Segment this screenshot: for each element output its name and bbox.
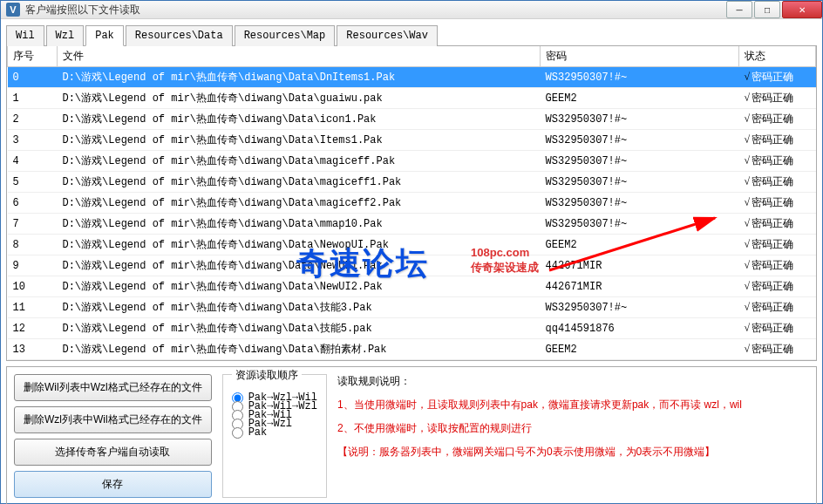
close-button[interactable]: ✕ xyxy=(782,1,822,18)
col-header-status[interactable]: 状态 xyxy=(738,46,815,67)
check-icon: √ xyxy=(744,154,750,167)
table-row[interactable]: 0D:\游戏\Legend of mir\热血传奇\diwang\Data\Dn… xyxy=(8,67,816,88)
cell-status: √密码正确 xyxy=(738,297,815,318)
cell-password: 442671MIR xyxy=(541,276,739,297)
rules-panel: 读取规则说明： 1、当使用微端时，且读取规则列表中有pak，微端直接请求更新pa… xyxy=(337,374,809,498)
cell-password: qq414591876 xyxy=(541,318,739,339)
cell-file: D:\游戏\Legend of mir\热血传奇\diwang\Data\ico… xyxy=(57,109,540,130)
table-row[interactable]: 10D:\游戏\Legend of mir\热血传奇\diwang\Data\N… xyxy=(8,276,816,297)
cell-index: 0 xyxy=(8,67,58,88)
delete-wil-button[interactable]: 删除Wil列表中Wzl格式已经存在的文件 xyxy=(14,374,212,401)
radio-label: Pak xyxy=(248,426,268,439)
file-table-wrap: 序号 文件 密码 状态 0D:\游戏\Legend of mir\热血传奇\di… xyxy=(6,46,817,361)
cell-status: √密码正确 xyxy=(738,88,815,109)
cell-status: √密码正确 xyxy=(738,235,815,255)
table-row[interactable]: 2D:\游戏\Legend of mir\热血传奇\diwang\Data\ic… xyxy=(8,109,816,130)
check-icon: √ xyxy=(744,301,750,313)
tab-bar: WilWzlPakResources\DataResources\MapReso… xyxy=(6,24,817,46)
check-icon: √ xyxy=(744,322,750,334)
cell-status: √密码正确 xyxy=(738,130,815,151)
cell-password: WS32950307!#~ xyxy=(541,172,739,193)
auto-read-button[interactable]: 选择传奇客户端自动读取 xyxy=(14,439,212,466)
cell-file: D:\游戏\Legend of mir\热血传奇\diwang\Data\New… xyxy=(57,255,540,276)
cell-index: 13 xyxy=(8,339,58,360)
cell-index: 3 xyxy=(8,130,58,151)
maximize-button[interactable]: □ xyxy=(754,1,780,18)
cell-password: WS32950307!#~ xyxy=(541,297,739,318)
col-header-index[interactable]: 序号 xyxy=(8,46,58,67)
cell-file: D:\游戏\Legend of mir\热血传奇\diwang\Data\Ite… xyxy=(57,130,540,151)
check-icon: √ xyxy=(744,343,750,355)
cell-file: D:\游戏\Legend of mir\热血传奇\diwang\Data\mag… xyxy=(57,193,540,214)
col-header-file[interactable]: 文件 xyxy=(57,46,540,67)
cell-index: 5 xyxy=(8,172,58,193)
table-row[interactable]: 6D:\游戏\Legend of mir\热血传奇\diwang\Data\ma… xyxy=(8,193,816,214)
cell-status: √密码正确 xyxy=(738,172,815,193)
cell-file: D:\游戏\Legend of mir\热血传奇\diwang\Data\mma… xyxy=(57,214,540,235)
table-row[interactable]: 1D:\游戏\Legend of mir\热血传奇\diwang\Data\gu… xyxy=(8,88,816,109)
check-icon: √ xyxy=(744,238,750,250)
cell-status: √密码正确 xyxy=(738,67,815,88)
table-row[interactable]: 12D:\游戏\Legend of mir\热血传奇\diwang\Data\技… xyxy=(8,318,816,339)
cell-password: WS32950307!#~ xyxy=(541,67,739,88)
save-button[interactable]: 保存 xyxy=(14,471,212,498)
read-order-group: 资源读取顺序 Pak→Wzl→WilPak→Wil→WzlPak→WilPak→… xyxy=(222,374,327,498)
cell-password: GEEM2 xyxy=(541,339,739,360)
table-row[interactable]: 4D:\游戏\Legend of mir\热血传奇\diwang\Data\ma… xyxy=(8,151,816,172)
table-row[interactable]: 3D:\游戏\Legend of mir\热血传奇\diwang\Data\It… xyxy=(8,130,816,151)
table-row[interactable]: 13D:\游戏\Legend of mir\热血传奇\diwang\Data\翻… xyxy=(8,339,816,360)
rule-line-2: 2、不使用微端时，读取按配置的规则进行 xyxy=(337,421,809,436)
tab-wzl[interactable]: Wzl xyxy=(46,25,85,46)
cell-index: 10 xyxy=(8,276,58,297)
tab-resources-data[interactable]: Resources\Data xyxy=(126,25,233,46)
tab-wil[interactable]: Wil xyxy=(6,25,44,46)
cell-index: 1 xyxy=(8,88,58,109)
tab-pak[interactable]: Pak xyxy=(85,25,124,46)
table-row[interactable]: 7D:\游戏\Legend of mir\热血传奇\diwang\Data\mm… xyxy=(8,214,816,235)
table-row[interactable]: 9D:\游戏\Legend of mir\热血传奇\diwang\Data\Ne… xyxy=(8,255,816,276)
cell-password: WS32950307!#~ xyxy=(541,130,739,151)
cell-status: √密码正确 xyxy=(738,151,815,172)
cell-password: WS32950307!#~ xyxy=(541,151,739,172)
minimize-button[interactable]: ─ xyxy=(726,1,752,18)
delete-wzl-button[interactable]: 删除Wzl列表中Wil格式已经存在的文件 xyxy=(14,406,212,433)
cell-index: 7 xyxy=(8,214,58,235)
tab-resources-wav[interactable]: Resources\Wav xyxy=(337,25,438,46)
read-order-title: 资源读取顺序 xyxy=(232,368,302,383)
cell-status: √密码正确 xyxy=(738,276,815,297)
check-icon: √ xyxy=(744,112,750,125)
cell-password: WS32950307!#~ xyxy=(541,109,739,130)
check-icon: √ xyxy=(744,175,750,187)
app-icon: V xyxy=(6,3,20,17)
cell-file: D:\游戏\Legend of mir\热血传奇\diwang\Data\gua… xyxy=(57,88,540,109)
cell-file: D:\游戏\Legend of mir\热血传奇\diwang\Data\翻拍素… xyxy=(57,339,540,360)
cell-index: 2 xyxy=(8,109,58,130)
table-row[interactable]: 8D:\游戏\Legend of mir\热血传奇\diwang\Data\Ne… xyxy=(8,235,816,255)
cell-index: 12 xyxy=(8,318,58,339)
cell-password: GEEM2 xyxy=(541,235,739,255)
app-window: V 客户端按照以下文件读取 ─ □ ✕ WilWzlPakResources\D… xyxy=(0,0,823,504)
cell-file: D:\游戏\Legend of mir\热血传奇\diwang\Data\mag… xyxy=(57,172,540,193)
cell-file: D:\游戏\Legend of mir\热血传奇\diwang\Data\DnI… xyxy=(57,67,540,88)
window-title: 客户端按照以下文件读取 xyxy=(25,3,724,17)
tab-resources-map[interactable]: Resources\Map xyxy=(235,25,336,46)
file-table: 序号 文件 密码 状态 0D:\游戏\Legend of mir\热血传奇\di… xyxy=(7,46,816,360)
cell-file: D:\游戏\Legend of mir\热血传奇\diwang\Data\New… xyxy=(57,235,540,255)
check-icon: √ xyxy=(744,71,750,83)
titlebar[interactable]: V 客户端按照以下文件读取 ─ □ ✕ xyxy=(1,1,822,19)
check-icon: √ xyxy=(744,133,750,146)
cell-status: √密码正确 xyxy=(738,193,815,214)
check-icon: √ xyxy=(744,259,750,271)
check-icon: √ xyxy=(744,217,750,229)
bottom-panel: 删除Wil列表中Wzl格式已经存在的文件 删除Wzl列表中Wil格式已经存在的文… xyxy=(6,366,817,504)
check-icon: √ xyxy=(744,196,750,208)
cell-password: WS32950307!#~ xyxy=(541,214,739,235)
cell-file: D:\游戏\Legend of mir\热血传奇\diwang\Data\New… xyxy=(57,276,540,297)
check-icon: √ xyxy=(744,280,750,292)
col-header-password[interactable]: 密码 xyxy=(541,46,739,67)
cell-password: 442671MIR xyxy=(541,255,739,276)
table-row[interactable]: 5D:\游戏\Legend of mir\热血传奇\diwang\Data\ma… xyxy=(8,172,816,193)
cell-index: 4 xyxy=(8,151,58,172)
radio-input[interactable] xyxy=(232,427,243,439)
table-row[interactable]: 11D:\游戏\Legend of mir\热血传奇\diwang\Data\技… xyxy=(8,297,816,318)
